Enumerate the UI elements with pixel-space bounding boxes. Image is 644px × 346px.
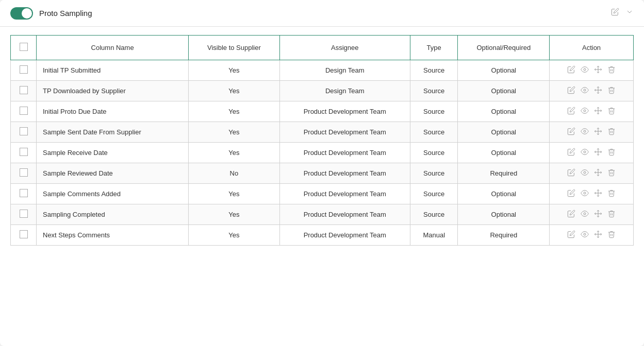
view-row-icon[interactable]	[581, 86, 589, 96]
move-row-icon[interactable]	[594, 127, 602, 137]
edit-row-icon[interactable]	[567, 86, 575, 96]
table-row: Initial TP SubmittedYesDesign TeamSource…	[11, 60, 634, 81]
eye-icon-svg	[581, 230, 589, 238]
edit-row-icon[interactable]	[567, 168, 575, 178]
cell-column-name: Sample Comments Added	[37, 184, 189, 204]
action-icons	[556, 86, 627, 96]
cell-action	[550, 143, 634, 163]
view-row-icon[interactable]	[581, 107, 589, 116]
action-icons	[556, 168, 627, 178]
row-checkbox-cell	[11, 143, 37, 163]
view-row-icon[interactable]	[581, 65, 589, 75]
cell-type: Source	[410, 184, 458, 204]
header-column-name: Column Name	[37, 36, 189, 60]
move-row-icon[interactable]	[594, 107, 602, 116]
move-row-icon[interactable]	[594, 148, 602, 158]
view-row-icon[interactable]	[581, 210, 589, 219]
eye-icon-svg	[581, 107, 589, 115]
action-icons	[556, 107, 627, 116]
delete-row-icon[interactable]	[607, 168, 616, 178]
move-row-icon[interactable]	[594, 65, 602, 75]
edit-row-icon[interactable]	[567, 230, 575, 240]
eye-icon-svg	[581, 148, 589, 156]
edit-icon-svg	[567, 148, 575, 156]
cell-visible-to-supplier: Yes	[189, 122, 279, 143]
row-checkbox-cell	[11, 60, 37, 81]
header-action: Action	[550, 36, 634, 60]
table-row: Initial Proto Due DateYesProduct Develop…	[11, 101, 634, 122]
delete-row-icon[interactable]	[607, 230, 616, 240]
cell-type: Source	[410, 163, 458, 184]
row-checkbox[interactable]	[20, 148, 28, 156]
delete-row-icon[interactable]	[607, 107, 616, 116]
select-all-checkbox[interactable]	[20, 43, 28, 51]
delete-row-icon[interactable]	[607, 189, 616, 199]
move-icon-svg	[594, 168, 602, 177]
eye-icon-svg	[581, 189, 589, 197]
delete-row-icon[interactable]	[607, 210, 616, 219]
edit-row-icon[interactable]	[567, 65, 575, 75]
chevron-down-icon[interactable]	[625, 8, 634, 19]
cell-visible-to-supplier: Yes	[189, 204, 279, 225]
move-row-icon[interactable]	[594, 189, 602, 199]
app-container: Proto Sampling	[0, 0, 644, 346]
svg-point-18	[584, 192, 586, 194]
move-row-icon[interactable]	[594, 86, 602, 96]
row-checkbox[interactable]	[20, 168, 28, 177]
cell-action	[550, 225, 634, 246]
toggle-switch[interactable]	[10, 7, 33, 20]
trash-icon-svg	[607, 107, 616, 115]
edit-row-icon[interactable]	[567, 210, 575, 219]
delete-row-icon[interactable]	[607, 148, 616, 158]
view-row-icon[interactable]	[581, 168, 589, 178]
trash-icon-svg	[607, 189, 616, 197]
edit-row-icon[interactable]	[567, 148, 575, 158]
edit-row-icon[interactable]	[567, 107, 575, 116]
view-row-icon[interactable]	[581, 148, 589, 158]
svg-point-6	[584, 110, 586, 112]
view-row-icon[interactable]	[581, 189, 589, 199]
svg-point-3	[584, 89, 586, 91]
cell-assignee: Product Development Team	[279, 204, 410, 225]
row-checkbox[interactable]	[20, 189, 28, 197]
row-checkbox[interactable]	[20, 210, 28, 218]
move-icon-svg	[594, 148, 602, 156]
edit-row-icon[interactable]	[567, 189, 575, 199]
cell-action	[550, 101, 634, 122]
trash-icon-svg	[607, 230, 616, 238]
header: Proto Sampling	[0, 0, 644, 27]
action-icons	[556, 210, 627, 219]
svg-point-21	[584, 213, 586, 215]
row-checkbox[interactable]	[20, 127, 28, 135]
move-row-icon[interactable]	[594, 168, 602, 178]
delete-row-icon[interactable]	[607, 127, 616, 137]
edit-icon[interactable]	[611, 8, 619, 19]
header-type: Type	[410, 36, 458, 60]
table-header-row: Column Name Visible to Supplier Assignee…	[11, 36, 634, 60]
eye-icon-svg	[581, 86, 589, 94]
row-checkbox-cell	[11, 225, 37, 246]
view-row-icon[interactable]	[581, 127, 589, 137]
delete-row-icon[interactable]	[607, 65, 616, 75]
view-row-icon[interactable]	[581, 230, 589, 240]
cell-assignee: Design Team	[279, 81, 410, 101]
cell-assignee: Product Development Team	[279, 184, 410, 204]
edit-icon-svg	[567, 210, 575, 218]
row-checkbox[interactable]	[20, 65, 28, 74]
row-checkbox[interactable]	[20, 107, 28, 115]
move-icon-svg	[594, 107, 602, 115]
delete-row-icon[interactable]	[607, 86, 616, 96]
cell-action	[550, 204, 634, 225]
cell-type: Source	[410, 101, 458, 122]
row-checkbox[interactable]	[20, 230, 28, 238]
table-row: Next Steps CommentsYesProduct Developmen…	[11, 225, 634, 246]
edit-icon-svg	[567, 168, 575, 177]
cell-visible-to-supplier: Yes	[189, 81, 279, 101]
cell-type: Source	[410, 81, 458, 101]
row-checkbox[interactable]	[20, 86, 28, 94]
edit-row-icon[interactable]	[567, 127, 575, 137]
move-row-icon[interactable]	[594, 210, 602, 219]
cell-optional-required: Optional	[458, 143, 550, 163]
action-icons	[556, 65, 627, 75]
move-row-icon[interactable]	[594, 230, 602, 240]
